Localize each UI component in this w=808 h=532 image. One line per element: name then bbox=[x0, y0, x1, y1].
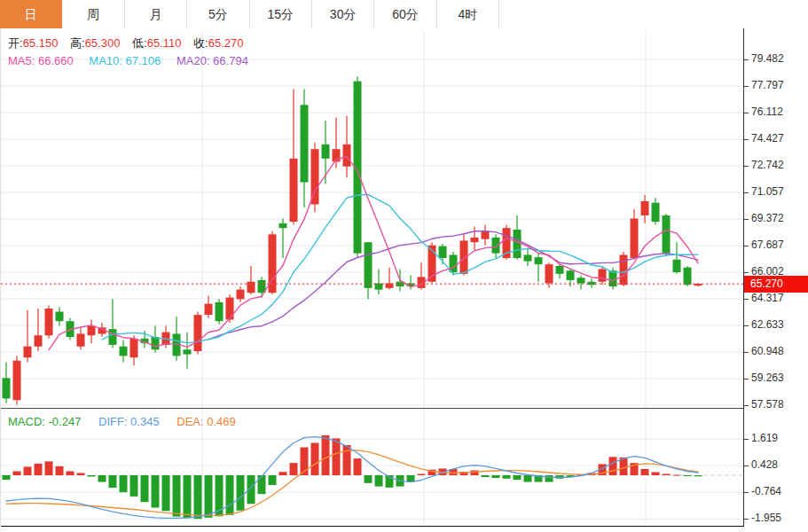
axis-tick-mark bbox=[744, 192, 749, 193]
ohlc-legend: 开:65.150 高:65.300 低:65.110 收:65.270 bbox=[8, 35, 243, 51]
axis-tick-label: 64.317 bbox=[751, 292, 784, 304]
axis-tick-label: 1.619 bbox=[751, 432, 778, 444]
axis-tick-label: 72.742 bbox=[751, 159, 784, 171]
diff-value: DIFF: 0.345 bbox=[98, 415, 160, 428]
current-price-badge: 65.270 bbox=[744, 276, 808, 293]
tab-5min[interactable]: 5分 bbox=[187, 0, 249, 28]
axis-tick-mark bbox=[744, 466, 749, 466]
tab-15min[interactable]: 15分 bbox=[250, 0, 312, 28]
axis-tick-label: 79.482 bbox=[751, 52, 784, 65]
tab-60min[interactable]: 60分 bbox=[374, 0, 436, 28]
timeframe-tabbar: 日 周 月 5分 15分 30分 60分 4时 bbox=[0, 0, 808, 29]
kline-chart-app: 日 周 月 5分 15分 30分 60分 4时 开:65.150 高:65.30… bbox=[0, 0, 808, 532]
axis-tick-mark bbox=[744, 492, 749, 493]
axis-tick-mark bbox=[744, 379, 749, 379]
tab-30min[interactable]: 30分 bbox=[312, 0, 374, 28]
axis-tick-mark bbox=[744, 59, 749, 60]
dea-value: DEA: 0.469 bbox=[177, 415, 236, 428]
axis-tick-label: 71.057 bbox=[751, 185, 784, 198]
axis-tick-label: -0.764 bbox=[751, 485, 781, 497]
axis-tick-label: 0.428 bbox=[751, 458, 778, 471]
axis-tick-label: -1.955 bbox=[751, 512, 781, 524]
macd-legend: MACD: -0.247 DIFF: 0.345 DEA: 0.469 bbox=[8, 415, 236, 428]
axis-tick-mark bbox=[744, 139, 749, 140]
high-label: 高: bbox=[70, 36, 85, 50]
high-value: 65.300 bbox=[85, 36, 121, 50]
axis-tick-mark bbox=[744, 439, 749, 440]
axis-tick-mark bbox=[744, 299, 749, 300]
axis-tick-label: 77.797 bbox=[751, 79, 784, 91]
axis-tick-label: 60.948 bbox=[751, 345, 784, 357]
low-label: 低: bbox=[132, 36, 147, 50]
axis-tick-mark bbox=[744, 246, 749, 246]
ma5-value: MA5: 66.660 bbox=[8, 54, 74, 67]
axis-tick-mark bbox=[744, 352, 749, 353]
axis-tick-mark bbox=[744, 86, 749, 87]
open-label: 开: bbox=[8, 36, 23, 50]
axis-tick-mark bbox=[744, 113, 749, 113]
chart-bottom-border bbox=[1, 526, 744, 527]
close-value: 65.270 bbox=[208, 36, 244, 50]
axis-tick-label: 69.372 bbox=[751, 212, 784, 224]
ma20-value: MA20: 66.794 bbox=[177, 54, 248, 67]
low-value: 65.110 bbox=[147, 36, 182, 50]
open-value: 65.150 bbox=[23, 36, 59, 50]
axis-tick-mark bbox=[744, 166, 749, 167]
chart-area[interactable]: 开:65.150 高:65.300 低:65.110 收:65.270 MA5:… bbox=[0, 28, 743, 526]
axis-tick-label: 74.427 bbox=[751, 132, 784, 145]
axis-tick-mark bbox=[744, 272, 749, 273]
axis-tick-mark bbox=[744, 219, 749, 220]
ma-legend: MA5: 66.660 MA10: 67.106 MA20: 66.794 bbox=[8, 54, 248, 67]
close-label: 收: bbox=[193, 36, 208, 50]
axis-tick-label: 76.112 bbox=[751, 106, 783, 118]
ma10-value: MA10: 67.106 bbox=[89, 54, 161, 67]
axis-tick-label: 62.633 bbox=[751, 318, 784, 331]
tab-month[interactable]: 月 bbox=[125, 0, 187, 28]
macd-value: MACD: -0.247 bbox=[8, 415, 81, 428]
axis-tick-mark bbox=[744, 405, 749, 406]
price-axis-column: 65.270 79.48277.79776.11274.42772.74271.… bbox=[743, 28, 808, 526]
axis-tick-label: 67.687 bbox=[751, 239, 784, 251]
panel-separator bbox=[1, 408, 744, 409]
tab-week[interactable]: 周 bbox=[62, 0, 124, 28]
tab-4hour[interactable]: 4时 bbox=[437, 0, 499, 28]
tab-day[interactable]: 日 bbox=[0, 0, 62, 28]
axis-tick-label: 59.263 bbox=[751, 372, 784, 384]
axis-tick-mark bbox=[744, 325, 749, 326]
axis-tick-label: 57.578 bbox=[751, 398, 784, 411]
price-macd-chart[interactable] bbox=[1, 28, 744, 526]
axis-tick-mark bbox=[744, 519, 749, 520]
